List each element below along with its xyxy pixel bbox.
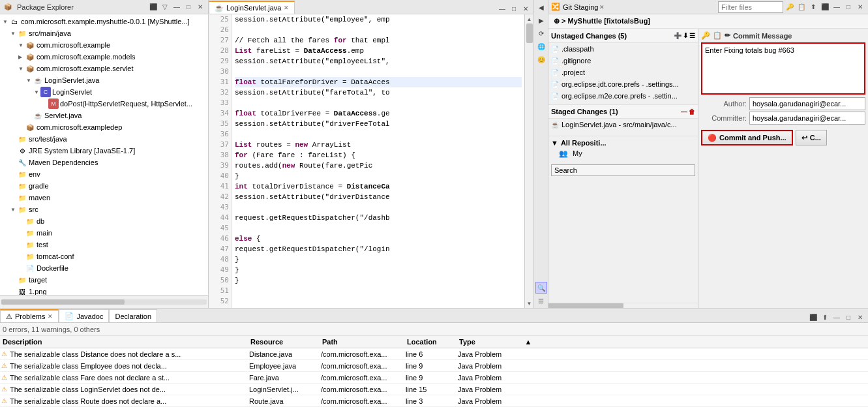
- scroll-track[interactable]: [525, 23, 533, 299]
- editor-tab-loginservlet[interactable]: ☕ LoginServlet.java ✕: [209, 1, 295, 14]
- unstaged-file-item[interactable]: 📄.classpath: [548, 43, 698, 55]
- bottom-maximize[interactable]: □: [843, 312, 854, 322]
- tree-item-src-main-java[interactable]: ▼📁src/main/java: [0, 27, 208, 39]
- vt-emoji-btn[interactable]: 😊: [535, 53, 547, 65]
- vt-menu-btn[interactable]: ☰: [535, 295, 547, 307]
- tree-item-src-test[interactable]: 📁test: [0, 239, 208, 250]
- tree-item-maven[interactable]: 📁maven: [0, 192, 208, 204]
- tree-item-com-microsoft-servlet[interactable]: ▼📦com.microsoft.example.servlet: [0, 63, 208, 74]
- scroll-up-arrow[interactable]: ▲: [525, 14, 533, 23]
- pe-maximize-icon[interactable]: □: [183, 2, 194, 12]
- editor-minimize-icon[interactable]: —: [497, 3, 507, 14]
- tree-item-gradle[interactable]: 📁gradle: [0, 180, 208, 192]
- problem-desc: ⚠ The serializable class LoginServlet do…: [1, 386, 249, 393]
- git-header-icon2[interactable]: 📋: [796, 2, 807, 12]
- editor-scrollbar[interactable]: ▲ ▼: [524, 14, 533, 308]
- editor-content[interactable]: 2526272829303132333435363738394041424344…: [209, 14, 533, 308]
- pe-menu-icon[interactable]: ▽: [160, 2, 170, 12]
- git-header-icon3[interactable]: ⬆: [808, 2, 818, 12]
- git-filter-input[interactable]: [718, 1, 783, 13]
- tree-item-dockerfile[interactable]: 📄Dockerfile: [0, 262, 208, 274]
- tree-item-com-exampledep[interactable]: 📦com.microsoft.exampledep: [0, 121, 208, 133]
- tree-item-dopost[interactable]: MdoPost(HttpServletRequest, HttpServlet.…: [0, 98, 208, 110]
- tab-problems-close[interactable]: ✕: [48, 313, 53, 320]
- git-staging-tab-close[interactable]: ✕: [599, 4, 605, 10]
- unstaged-file-item[interactable]: 📄org.eclipse.jdt.core.prefs - .settings.…: [548, 78, 698, 90]
- tab-javadoc[interactable]: 📄 Javadoc: [59, 309, 109, 322]
- unstaged-add-icon[interactable]: ➕: [674, 32, 681, 39]
- problem-row[interactable]: ⚠ The serializable class Route does not …: [0, 395, 868, 407]
- tree-item-src-main[interactable]: 📁main: [0, 227, 208, 239]
- commit-message-textarea[interactable]: Enter Fixing totals bug #663: [701, 42, 865, 95]
- staged-remove-icon[interactable]: —: [681, 108, 687, 115]
- git-header-icon4[interactable]: ⬛: [820, 2, 830, 12]
- pe-collapse-icon[interactable]: ⬛: [148, 2, 158, 12]
- unstaged-file-item[interactable]: 📄.project: [548, 67, 698, 78]
- search-button[interactable]: Search: [551, 164, 695, 176]
- commit-buttons: 🔴 Commit and Push... ↩ C...: [701, 130, 865, 145]
- tree-item-target[interactable]: 📁target: [0, 274, 208, 286]
- tree-item-com-microsoft[interactable]: ▼📦com.microsoft.example: [0, 39, 208, 51]
- vt-refresh-btn[interactable]: ⟳: [535, 27, 547, 39]
- unstaged-menu-icon[interactable]: ☰: [689, 32, 695, 39]
- git-left-scrollbar[interactable]: [548, 303, 698, 308]
- tree-item-loginservlet-java[interactable]: ▼☕LoginServlet.java: [0, 74, 208, 86]
- editor-close-icon[interactable]: ✕: [520, 3, 531, 14]
- vt-forward-btn[interactable]: ▶: [535, 14, 547, 26]
- tree-item-jre[interactable]: ⚙JRE System Library [JavaSE-1.7]: [0, 145, 208, 157]
- tree-item-1png[interactable]: 🖼1.png: [0, 286, 208, 295]
- git-header-minimize[interactable]: —: [831, 2, 842, 12]
- bottom-minimize[interactable]: —: [831, 312, 842, 322]
- tree-item-tomcat-conf[interactable]: 📁tomcat-conf: [0, 250, 208, 262]
- git-right-panel: 🔑 📋 ✏ Commit Message Enter Fixing totals…: [698, 29, 868, 308]
- vt-globe-btn[interactable]: 🌐: [535, 40, 547, 52]
- committer-input[interactable]: [749, 112, 865, 125]
- tree-item-com-microsoft-models[interactable]: ▶📦com.microsoft.example.models: [0, 51, 208, 63]
- repo-expand-icon[interactable]: ▼: [551, 139, 558, 147]
- tree-item-root[interactable]: ▼🗂com.microsoft.example.myshuttle-0.0.1 …: [0, 16, 208, 27]
- unstaged-file-item[interactable]: 📄org.eclipse.m2e.core.prefs - .settin...: [548, 90, 698, 102]
- tree-item-loginservlet-class[interactable]: ▼CLoginServlet: [0, 86, 208, 98]
- vt-search-btn[interactable]: 🔍: [535, 282, 547, 294]
- code-line-49: }: [235, 265, 522, 275]
- git-header-close[interactable]: ✕: [855, 2, 865, 12]
- staged-unstage-icon[interactable]: 🗑: [689, 108, 695, 115]
- pe-close-icon[interactable]: ✕: [195, 2, 205, 12]
- problem-row[interactable]: ⚠ The serializable class LoginServlet do…: [0, 384, 868, 395]
- staged-file-item[interactable]: ☕LoginServlet.java - src/main/java/c...: [548, 119, 698, 130]
- tab-declaration[interactable]: Declaration: [109, 309, 157, 322]
- code-area[interactable]: session.setAttribute("employee", emp // …: [232, 14, 524, 308]
- bottom-close[interactable]: ✕: [855, 312, 865, 322]
- commit-button[interactable]: ↩ C...: [796, 130, 827, 145]
- author-input[interactable]: [749, 97, 865, 110]
- java-icon: ☕: [33, 75, 43, 85]
- file-name: .classpath: [561, 45, 594, 53]
- code-line-33: [235, 98, 522, 108]
- unstaged-file-item[interactable]: 📄.gitignore: [548, 55, 698, 67]
- git-header-maximize[interactable]: □: [843, 2, 854, 12]
- scroll-thumb[interactable]: [526, 23, 533, 43]
- tree-item-env[interactable]: 📁env: [0, 168, 208, 180]
- tree-item-src-db[interactable]: 📁db: [0, 215, 208, 227]
- bottom-icon2[interactable]: ⬆: [820, 312, 830, 322]
- problems-scroll-up[interactable]: ▲: [522, 336, 535, 348]
- vt-back-btn[interactable]: ◀: [535, 1, 547, 13]
- editor-tab-close[interactable]: ✕: [284, 5, 289, 11]
- unstaged-stage-icon[interactable]: ⬇: [683, 32, 688, 39]
- problem-row[interactable]: ⚠ The serializable class Employee does n…: [0, 360, 868, 372]
- tree-item-src-test-java[interactable]: 📁src/test/java: [0, 133, 208, 145]
- pe-minimize-icon[interactable]: —: [172, 2, 182, 12]
- commit-push-button[interactable]: 🔴 Commit and Push...: [701, 130, 793, 145]
- tree-item-maven-deps[interactable]: 🔧Maven Dependencies: [0, 157, 208, 168]
- git-header-icon1[interactable]: 🔑: [785, 2, 795, 12]
- problem-type: Java Problem: [458, 386, 523, 393]
- repo-item-my[interactable]: 👥 My: [551, 149, 695, 158]
- scroll-down-arrow[interactable]: ▼: [525, 299, 533, 308]
- problem-row[interactable]: ⚠ The serializable class Distance does n…: [0, 348, 868, 360]
- problem-row[interactable]: ⚠ The serializable class Fare does not d…: [0, 372, 868, 384]
- bottom-icon1[interactable]: ⬛: [808, 312, 818, 322]
- tree-item-src[interactable]: ▼📁src: [0, 204, 208, 215]
- tree-item-servlet-java[interactable]: ☕Servlet.java: [0, 110, 208, 121]
- tab-problems[interactable]: ⚠ Problems ✕: [0, 309, 59, 322]
- editor-maximize-icon[interactable]: □: [509, 3, 519, 14]
